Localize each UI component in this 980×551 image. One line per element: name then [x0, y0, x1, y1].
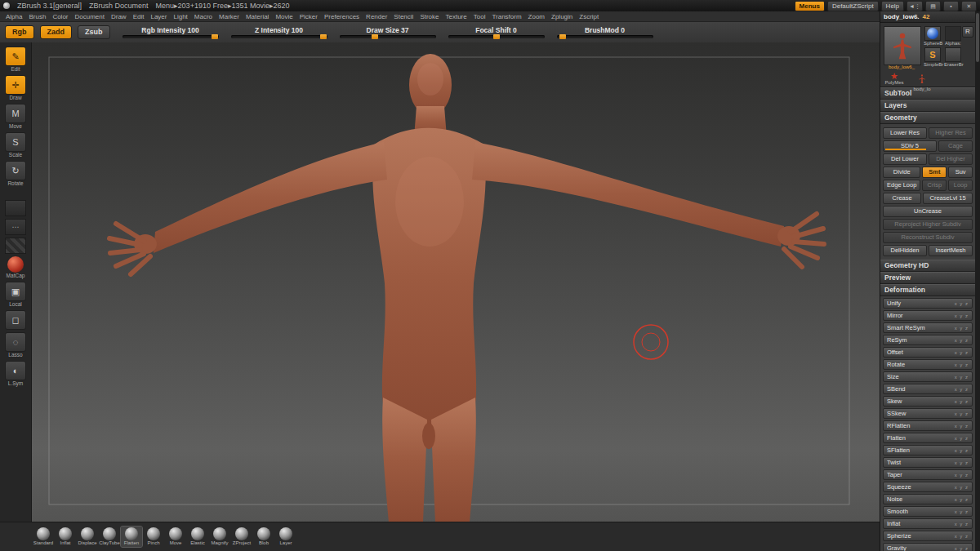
current-tool-thumbnail[interactable] [884, 26, 921, 65]
brush-magnify[interactable]: Magnify [209, 527, 230, 547]
axis-toggle[interactable]: x y z [955, 387, 969, 392]
section-deformation[interactable]: Deformation [880, 284, 975, 296]
deform-smooth[interactable]: Smoothx y z [883, 506, 973, 517]
frame-button[interactable]: ◻ [2, 310, 29, 330]
menu-picker[interactable]: Picker [300, 13, 318, 20]
deform-offset[interactable]: Offsetx y z [883, 347, 973, 358]
brush-move[interactable]: Move [165, 527, 186, 547]
slider-handle[interactable] [320, 34, 327, 39]
uncrease-button[interactable]: UnCrease [883, 206, 973, 217]
zadd-toggle[interactable]: Zadd [40, 25, 73, 39]
zsub-toggle[interactable]: Zsub [78, 25, 110, 39]
move-mode-button[interactable]: M Move [2, 104, 29, 130]
slider-track[interactable] [340, 35, 436, 38]
dock-left-icon[interactable]: ◄⋮ [906, 1, 923, 11]
brush-inflat[interactable]: Inflat [55, 527, 76, 547]
brush-layer[interactable]: Layer [275, 527, 296, 547]
axis-toggle[interactable]: x y z [955, 411, 969, 416]
rotate-mode-button[interactable]: ↻ Rotate [2, 161, 29, 187]
rgb-toggle[interactable]: Rgb [5, 25, 34, 39]
brushmod-slider[interactable]: BrushMod 0 [557, 26, 653, 38]
higher-res-button[interactable]: Higher Res [929, 127, 973, 139]
menu-stroke[interactable]: Stroke [420, 13, 439, 20]
slider-track[interactable] [122, 35, 219, 38]
axis-toggle[interactable]: x y z [955, 436, 969, 441]
menu-stencil[interactable]: Stencil [394, 13, 413, 20]
edge-loop-button[interactable]: Edge Loop [883, 180, 920, 191]
menu-movie[interactable]: Movie [275, 13, 292, 20]
axis-toggle[interactable]: x y z [955, 375, 969, 380]
draw-size-slider[interactable]: Draw Size 37 [340, 26, 436, 38]
axis-toggle[interactable]: x y z [955, 399, 969, 404]
brush-flatten[interactable]: Flatten [121, 527, 142, 547]
deform-squeeze[interactable]: Squeezex y z [883, 482, 973, 492]
menu-document[interactable]: Document [75, 13, 105, 20]
sphere-brush-thumbnail[interactable]: SphereB [924, 26, 942, 47]
menu-brush[interactable]: Brush [29, 13, 46, 20]
deform-twist[interactable]: Twistx y z [883, 457, 973, 468]
del-higher-button[interactable]: Del Higher [929, 153, 973, 165]
axis-toggle[interactable]: x y z [955, 546, 969, 551]
menu-alpha[interactable]: Alpha [6, 13, 22, 20]
tool-name-bar[interactable]: body_low6. 42 [880, 11, 975, 23]
close-icon[interactable]: ✕ [961, 1, 977, 11]
default-zscript-button[interactable]: DefaultZScript [827, 1, 879, 11]
slider-handle[interactable] [212, 34, 218, 39]
loop-toggle[interactable]: Loop [948, 180, 973, 191]
menu-zscript[interactable]: Zscript [579, 13, 599, 20]
menu-layer[interactable]: Layer [150, 13, 167, 20]
menu-render[interactable]: Render [366, 13, 387, 20]
smt-toggle[interactable]: Smt [922, 167, 947, 178]
brush-pinch[interactable]: Pinch [143, 527, 164, 547]
crease-button[interactable]: Crease [883, 193, 921, 204]
menu-color[interactable]: Color [52, 13, 68, 20]
slider-handle[interactable] [372, 34, 378, 39]
axis-toggle[interactable]: x y z [955, 313, 969, 318]
menu-edit[interactable]: Edit [133, 13, 145, 20]
deform-sskew[interactable]: SSkewx y z [883, 408, 973, 419]
simplebrush-thumbnail[interactable]: S SimpleBr [924, 47, 942, 68]
axis-toggle[interactable]: x y z [955, 362, 969, 367]
brush-blob[interactable]: Blob [253, 527, 274, 547]
rgb-intensity-slider[interactable]: Rgb Intensity 100 [122, 26, 219, 38]
deform-taper[interactable]: Taperx y z [883, 469, 973, 480]
draw-mode-button[interactable]: ✛ Draw [2, 75, 29, 101]
section-geometry[interactable]: Geometry [880, 112, 975, 124]
deform-gravity[interactable]: Gravityx y z [883, 543, 973, 551]
crisp-toggle[interactable]: Crisp [922, 180, 947, 191]
axis-toggle[interactable]: x y z [955, 497, 969, 502]
divide-button[interactable]: Divide [883, 167, 920, 178]
layout-icon[interactable]: ▤ [925, 1, 941, 11]
scale-mode-button[interactable]: S Scale [2, 132, 29, 158]
menu-zplugin[interactable]: Zplugin [551, 13, 572, 20]
focal-shift-slider[interactable]: Focal Shift 0 [448, 26, 545, 38]
viewport[interactable] [31, 42, 880, 522]
z-intensity-slider[interactable]: Z Intensity 100 [231, 26, 327, 38]
suv-toggle[interactable]: Suv [948, 167, 973, 178]
brush-claytube[interactable]: ClayTube [99, 527, 120, 547]
lower-res-button[interactable]: Lower Res [883, 127, 927, 139]
slider-track[interactable] [231, 35, 327, 38]
reconstruct-button[interactable]: Reconstruct Subdiv [883, 232, 973, 243]
axis-toggle[interactable]: x y z [955, 338, 969, 343]
edit-mode-button[interactable]: ✎ Edit [2, 47, 29, 73]
menu-texture[interactable]: Texture [446, 13, 467, 20]
axis-toggle[interactable]: x y z [955, 509, 969, 514]
deform-noise[interactable]: Noisex y z [883, 494, 973, 504]
menu-material[interactable]: Material [246, 13, 269, 20]
section-preview[interactable]: Preview [880, 272, 975, 284]
axis-toggle[interactable]: x y z [955, 473, 969, 478]
deform-sflatten[interactable]: SFlattenx y z [883, 445, 973, 455]
creaselvl-slider[interactable]: CreaseLvl 15 [923, 193, 973, 204]
brush-zproject[interactable]: ZProject [231, 527, 252, 547]
slider-handle[interactable] [493, 34, 500, 39]
menu-draw[interactable]: Draw [111, 13, 127, 20]
menu-tool[interactable]: Tool [474, 13, 486, 20]
deform-inflat[interactable]: Inflatx y z [883, 518, 973, 529]
sdiv-slider[interactable]: SDiv 5 [883, 140, 937, 152]
stroke-slot[interactable]: ⋯ [2, 219, 29, 235]
deform-mirror[interactable]: Mirrorx y z [883, 310, 973, 321]
menus-button[interactable]: Menus [795, 1, 825, 11]
menu-macro[interactable]: Macro [194, 13, 212, 20]
brush-displace[interactable]: Displace [77, 527, 98, 547]
